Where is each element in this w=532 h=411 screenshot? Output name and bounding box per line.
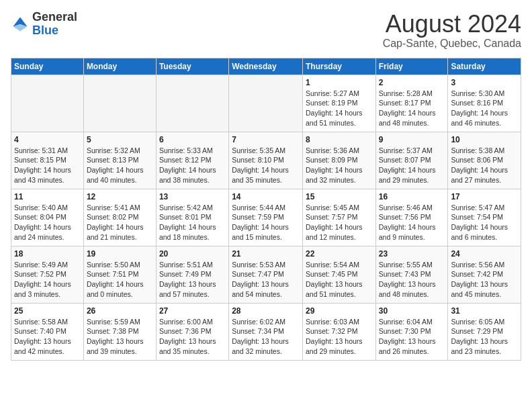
day-number: 2	[379, 78, 445, 87]
day-info: Sunrise: 5:55 AM Sunset: 7:43 PM Dayligh…	[379, 260, 445, 300]
day-info: Sunrise: 5:41 AM Sunset: 8:02 PM Dayligh…	[87, 203, 153, 242]
day-info: Sunrise: 5:47 AM Sunset: 7:54 PM Dayligh…	[451, 203, 518, 242]
calendar-cell: 8Sunrise: 5:36 AM Sunset: 8:09 PM Daylig…	[302, 132, 375, 189]
calendar-table: SundayMondayTuesdayWednesdayThursdayFrid…	[11, 58, 521, 361]
calendar-cell: 4Sunrise: 5:31 AM Sunset: 8:15 PM Daylig…	[11, 132, 84, 189]
day-number: 17	[451, 192, 518, 201]
calendar-cell: 6Sunrise: 5:33 AM Sunset: 8:12 PM Daylig…	[156, 132, 228, 189]
calendar-cell: 25Sunrise: 5:58 AM Sunset: 7:40 PM Dayli…	[11, 303, 84, 360]
logo-blue: Blue	[32, 24, 58, 37]
day-info: Sunrise: 5:49 AM Sunset: 7:52 PM Dayligh…	[14, 260, 81, 300]
weekday-header: Thursday	[302, 58, 375, 75]
day-info: Sunrise: 5:35 AM Sunset: 8:10 PM Dayligh…	[232, 146, 300, 185]
day-info: Sunrise: 5:32 AM Sunset: 8:13 PM Dayligh…	[87, 146, 153, 185]
day-number: 13	[159, 192, 226, 201]
day-number: 11	[14, 192, 81, 201]
day-number: 22	[306, 249, 373, 259]
day-number: 14	[232, 192, 300, 201]
week-row: 4Sunrise: 5:31 AM Sunset: 8:15 PM Daylig…	[11, 132, 521, 189]
weekday-header: Monday	[83, 58, 156, 75]
calendar-cell: 20Sunrise: 5:51 AM Sunset: 7:49 PM Dayli…	[156, 246, 228, 303]
day-number: 23	[379, 249, 445, 259]
day-number: 15	[306, 192, 373, 201]
weekday-header: Friday	[375, 58, 448, 75]
day-number: 27	[159, 306, 226, 316]
day-info: Sunrise: 5:44 AM Sunset: 7:59 PM Dayligh…	[232, 203, 300, 242]
calendar-cell	[11, 75, 84, 132]
day-info: Sunrise: 5:38 AM Sunset: 8:06 PM Dayligh…	[451, 146, 518, 185]
page-header: General Blue August 2024 Cap-Sante, Queb…	[11, 11, 521, 50]
day-info: Sunrise: 6:03 AM Sunset: 7:32 PM Dayligh…	[306, 317, 373, 357]
day-info: Sunrise: 5:31 AM Sunset: 8:15 PM Dayligh…	[14, 146, 81, 185]
day-info: Sunrise: 6:05 AM Sunset: 7:29 PM Dayligh…	[451, 317, 518, 357]
day-info: Sunrise: 5:56 AM Sunset: 7:42 PM Dayligh…	[451, 260, 518, 300]
calendar-subtitle: Cap-Sante, Quebec, Canada	[383, 38, 521, 50]
weekday-header: Tuesday	[156, 58, 228, 75]
calendar-cell: 11Sunrise: 5:40 AM Sunset: 8:04 PM Dayli…	[11, 189, 84, 246]
calendar-cell: 27Sunrise: 6:00 AM Sunset: 7:36 PM Dayli…	[156, 303, 228, 360]
day-number: 4	[14, 135, 81, 144]
day-info: Sunrise: 5:53 AM Sunset: 7:47 PM Dayligh…	[232, 260, 300, 300]
day-number: 10	[451, 135, 518, 144]
day-number: 9	[379, 135, 445, 144]
day-info: Sunrise: 5:59 AM Sunset: 7:38 PM Dayligh…	[87, 317, 153, 357]
week-row: 25Sunrise: 5:58 AM Sunset: 7:40 PM Dayli…	[11, 303, 521, 360]
week-row: 18Sunrise: 5:49 AM Sunset: 7:52 PM Dayli…	[11, 246, 521, 303]
calendar-cell: 15Sunrise: 5:45 AM Sunset: 7:57 PM Dayli…	[302, 189, 375, 246]
day-info: Sunrise: 5:36 AM Sunset: 8:09 PM Dayligh…	[306, 146, 373, 185]
day-info: Sunrise: 5:30 AM Sunset: 8:16 PM Dayligh…	[451, 89, 518, 128]
day-number: 26	[87, 306, 153, 316]
week-row: 1Sunrise: 5:27 AM Sunset: 8:19 PM Daylig…	[11, 75, 521, 132]
calendar-cell: 24Sunrise: 5:56 AM Sunset: 7:42 PM Dayli…	[448, 246, 521, 303]
day-info: Sunrise: 5:50 AM Sunset: 7:51 PM Dayligh…	[87, 260, 153, 300]
day-info: Sunrise: 5:45 AM Sunset: 7:57 PM Dayligh…	[306, 203, 373, 242]
day-number: 31	[451, 306, 518, 316]
logo: General Blue	[11, 11, 77, 38]
day-info: Sunrise: 5:51 AM Sunset: 7:49 PM Dayligh…	[159, 260, 226, 300]
calendar-cell: 17Sunrise: 5:47 AM Sunset: 7:54 PM Dayli…	[448, 189, 521, 246]
day-info: Sunrise: 5:37 AM Sunset: 8:07 PM Dayligh…	[379, 146, 445, 185]
day-number: 16	[379, 192, 445, 201]
calendar-cell	[156, 75, 228, 132]
calendar-cell: 13Sunrise: 5:42 AM Sunset: 8:01 PM Dayli…	[156, 189, 228, 246]
calendar-cell: 1Sunrise: 5:27 AM Sunset: 8:19 PM Daylig…	[302, 75, 375, 132]
calendar-title: August 2024	[383, 11, 521, 38]
day-number: 3	[451, 78, 518, 87]
day-number: 30	[379, 306, 445, 316]
day-number: 18	[14, 249, 81, 259]
calendar-cell: 22Sunrise: 5:54 AM Sunset: 7:45 PM Dayli…	[302, 246, 375, 303]
calendar-cell	[229, 75, 303, 132]
weekday-header-row: SundayMondayTuesdayWednesdayThursdayFrid…	[11, 58, 521, 75]
weekday-header: Saturday	[448, 58, 521, 75]
day-info: Sunrise: 6:00 AM Sunset: 7:36 PM Dayligh…	[159, 317, 226, 357]
day-number: 29	[306, 306, 373, 316]
day-number: 8	[306, 135, 373, 144]
calendar-cell: 16Sunrise: 5:46 AM Sunset: 7:56 PM Dayli…	[375, 189, 448, 246]
day-info: Sunrise: 5:27 AM Sunset: 8:19 PM Dayligh…	[306, 89, 373, 128]
calendar-cell: 29Sunrise: 6:03 AM Sunset: 7:32 PM Dayli…	[302, 303, 375, 360]
day-info: Sunrise: 5:42 AM Sunset: 8:01 PM Dayligh…	[159, 203, 226, 242]
calendar-cell: 28Sunrise: 6:02 AM Sunset: 7:34 PM Dayli…	[229, 303, 303, 360]
calendar-cell: 26Sunrise: 5:59 AM Sunset: 7:38 PM Dayli…	[83, 303, 156, 360]
calendar-cell: 31Sunrise: 6:05 AM Sunset: 7:29 PM Dayli…	[448, 303, 521, 360]
day-number: 28	[232, 306, 300, 316]
day-info: Sunrise: 5:40 AM Sunset: 8:04 PM Dayligh…	[14, 203, 81, 242]
day-info: Sunrise: 5:46 AM Sunset: 7:56 PM Dayligh…	[379, 203, 445, 242]
day-number: 1	[306, 78, 373, 87]
day-number: 25	[14, 306, 81, 316]
calendar-cell: 7Sunrise: 5:35 AM Sunset: 8:10 PM Daylig…	[229, 132, 303, 189]
calendar-cell: 30Sunrise: 6:04 AM Sunset: 7:30 PM Dayli…	[375, 303, 448, 360]
calendar-cell: 18Sunrise: 5:49 AM Sunset: 7:52 PM Dayli…	[11, 246, 84, 303]
weekday-header: Wednesday	[229, 58, 303, 75]
day-info: Sunrise: 6:02 AM Sunset: 7:34 PM Dayligh…	[232, 317, 300, 357]
day-number: 12	[87, 192, 153, 201]
logo-icon	[11, 15, 30, 34]
calendar-cell: 3Sunrise: 5:30 AM Sunset: 8:16 PM Daylig…	[448, 75, 521, 132]
week-row: 11Sunrise: 5:40 AM Sunset: 8:04 PM Dayli…	[11, 189, 521, 246]
calendar-cell: 10Sunrise: 5:38 AM Sunset: 8:06 PM Dayli…	[448, 132, 521, 189]
calendar-cell: 21Sunrise: 5:53 AM Sunset: 7:47 PM Dayli…	[229, 246, 303, 303]
day-info: Sunrise: 5:54 AM Sunset: 7:45 PM Dayligh…	[306, 260, 373, 300]
day-number: 24	[451, 249, 518, 259]
logo-text: General Blue	[32, 11, 77, 38]
calendar-cell: 9Sunrise: 5:37 AM Sunset: 8:07 PM Daylig…	[375, 132, 448, 189]
